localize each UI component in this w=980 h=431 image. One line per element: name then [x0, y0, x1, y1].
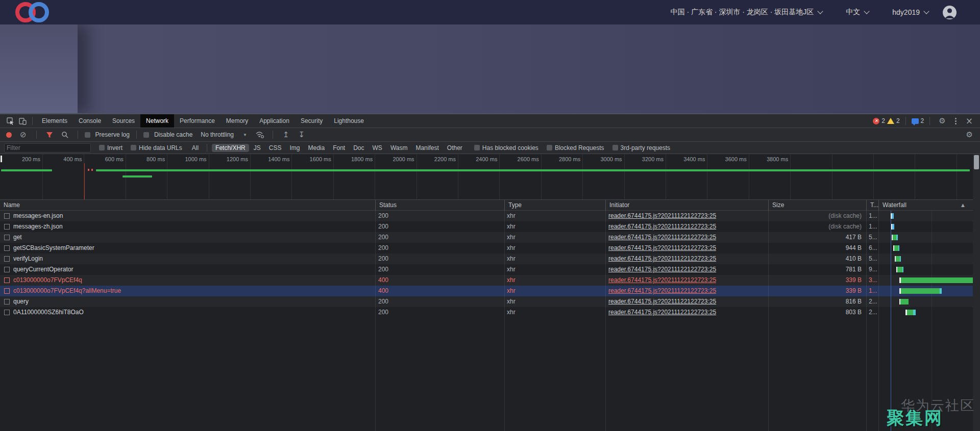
request-initiator-link[interactable]: reader.6744175.js?20211122122723:25	[608, 232, 764, 243]
filter-pill-media[interactable]: Media	[304, 144, 328, 152]
tab-security[interactable]: Security	[295, 114, 328, 128]
inspect-element-icon[interactable]	[6, 116, 15, 125]
hide-data-urls-label: Hide data URLs	[139, 144, 182, 151]
timeline-tick-label: 800 ms	[126, 156, 165, 162]
timeline-tick-label: 2400 ms	[458, 156, 497, 162]
waterfall-bar	[893, 245, 899, 251]
tab-sources[interactable]: Sources	[107, 114, 140, 128]
timeline-tick-label: 1200 ms	[209, 156, 248, 162]
filter-pill-js[interactable]: JS	[250, 144, 264, 152]
column-header-name[interactable]: Name	[0, 200, 375, 211]
scrollbar-thumb[interactable]	[974, 155, 979, 169]
request-size: (disk cache)	[768, 211, 862, 221]
request-initiator-link[interactable]: reader.6744175.js?20211122122723:25	[608, 264, 764, 275]
filter-pill-other[interactable]: Other	[444, 144, 466, 152]
settings-gear-icon[interactable]: ⚙	[936, 116, 948, 125]
request-initiator-link[interactable]: reader.6744175.js?20211122122723:25	[608, 253, 764, 264]
invert-checkbox[interactable]	[99, 145, 105, 150]
filter-pill-wasm[interactable]: Wasm	[387, 144, 411, 152]
third-party-requests-checkbox[interactable]	[612, 145, 618, 150]
request-type: xhr	[507, 243, 601, 253]
request-row-c013000000o7fvpcef4q[interactable]: c013000000o7FVpCEf4q400xhrreader.6744175…	[0, 275, 980, 286]
network-settings-gear-icon[interactable]: ⚙	[963, 130, 976, 139]
language-dropdown[interactable]: 中文	[846, 8, 869, 17]
column-header-size[interactable]: Size	[768, 200, 866, 211]
search-icon[interactable]	[60, 130, 69, 139]
request-size: 339 B	[768, 275, 862, 286]
request-row-messages-en-json[interactable]: messages-en.json200xhrreader.6744175.js?…	[0, 211, 980, 221]
sort-ascending-icon: ▲	[961, 200, 965, 211]
request-time: 2...	[869, 307, 878, 318]
filter-pill-css[interactable]: CSS	[265, 144, 285, 152]
throttling-select[interactable]: No throttling ▼	[201, 131, 247, 138]
close-devtools-icon[interactable]: ×	[963, 116, 976, 126]
request-initiator-link[interactable]: reader.6744175.js?20211122122723:25	[608, 307, 764, 318]
column-header-status[interactable]: Status	[375, 200, 504, 211]
console-errors-badge[interactable]: ✕ 2	[873, 117, 885, 124]
request-initiator-link[interactable]: reader.6744175.js?20211122122723:25	[608, 296, 764, 307]
request-initiator-link[interactable]: reader.6744175.js?20211122122723:25	[608, 275, 764, 286]
location-dropdown[interactable]: 中国 · 广东省 · 深圳市 · 龙岗区 · 坂田基地J区	[671, 8, 823, 17]
disable-cache-label: Disable cache	[154, 131, 192, 138]
column-header-waterfall[interactable]: Waterfall▲	[878, 200, 973, 211]
network-conditions-icon[interactable]	[255, 130, 264, 139]
kebab-menu-icon[interactable]	[951, 118, 961, 124]
blocked-requests-checkbox[interactable]	[547, 145, 552, 150]
filter-pill-img[interactable]: Img	[286, 144, 303, 152]
filter-funnel-icon[interactable]	[45, 130, 54, 139]
has-blocked-cookies-checkbox[interactable]	[474, 145, 480, 150]
network-overview-timeline[interactable]: 200 ms400 ms600 ms800 ms1000 ms1200 ms14…	[0, 154, 980, 200]
waterfall-bar	[899, 288, 942, 294]
filter-pill-doc[interactable]: Doc	[350, 144, 368, 152]
request-row-querycurrentoperator[interactable]: queryCurrentOperator200xhrreader.6744175…	[0, 264, 980, 275]
export-har-icon[interactable]: ↧	[296, 130, 308, 139]
request-initiator-link[interactable]: reader.6744175.js?20211122122723:25	[608, 243, 764, 253]
warning-icon	[887, 118, 894, 124]
column-header-t[interactable]: T...	[866, 200, 878, 211]
brand-infinity-logo-icon[interactable]	[15, 2, 49, 22]
device-toolbar-icon[interactable]	[18, 116, 27, 125]
separator	[78, 131, 78, 139]
avatar[interactable]	[943, 6, 957, 19]
hide-data-urls-checkbox[interactable]	[131, 145, 136, 150]
user-dropdown[interactable]: hdy2019	[892, 8, 928, 16]
timeline-tick-label: 3800 ms	[749, 156, 788, 162]
record-button[interactable]	[6, 132, 12, 138]
filter-pill-manifest[interactable]: Manifest	[412, 144, 442, 152]
filter-pill-all[interactable]: All	[188, 144, 202, 152]
import-har-icon[interactable]: ↥	[280, 130, 292, 139]
request-row-getscbasicsystemparameter[interactable]: getSCBasicSystemParameter200xhrreader.67…	[0, 243, 980, 253]
console-warnings-badge[interactable]: 2	[887, 117, 900, 124]
disable-cache-checkbox[interactable]	[143, 132, 149, 138]
tab-network[interactable]: Network	[140, 114, 174, 128]
request-initiator-link[interactable]: reader.6744175.js?20211122122723:25	[608, 286, 764, 296]
filter-pill-ws[interactable]: WS	[369, 144, 386, 152]
tab-application[interactable]: Application	[254, 114, 295, 128]
tab-performance[interactable]: Performance	[174, 114, 220, 128]
request-row-query[interactable]: query200xhrreader.6744175.js?20211122122…	[0, 296, 980, 307]
request-row-messages-zh-json[interactable]: messages-zh.json200xhrreader.6744175.js?…	[0, 221, 980, 232]
request-row-c013000000o7fvpcef4q-allmenu-true[interactable]: c013000000o7FVpCEf4q?allMenu=true400xhrr…	[0, 286, 980, 296]
tab-memory[interactable]: Memory	[220, 114, 254, 128]
timeline-tick-label: 3200 ms	[625, 156, 664, 162]
column-header-initiator[interactable]: Initiator	[605, 200, 768, 211]
tab-console[interactable]: Console	[73, 114, 107, 128]
waterfall-bar	[891, 224, 894, 230]
tab-lighthouse[interactable]: Lighthouse	[328, 114, 370, 128]
waterfall-segment-teal	[900, 256, 901, 262]
request-row-verifylogin[interactable]: verifyLogin200xhrreader.6744175.js?20211…	[0, 253, 980, 264]
vertical-scrollbar[interactable]	[973, 154, 980, 431]
filter-pill-fetch-xhr[interactable]: Fetch/XHR	[212, 144, 249, 152]
request-row-0a11000000sz6hit8oao[interactable]: 0A11000000SZ6hiT8OaO200xhrreader.6744175…	[0, 307, 980, 318]
request-row-get[interactable]: get200xhrreader.6744175.js?2021112212272…	[0, 232, 980, 243]
request-status: 400	[378, 286, 501, 296]
column-header-type[interactable]: Type	[504, 200, 605, 211]
tab-elements[interactable]: Elements	[36, 114, 73, 128]
request-initiator-link[interactable]: reader.6744175.js?20211122122723:25	[608, 211, 764, 221]
network-filter-input[interactable]	[4, 143, 91, 153]
preserve-log-checkbox[interactable]	[85, 132, 90, 138]
request-initiator-link[interactable]: reader.6744175.js?20211122122723:25	[608, 221, 764, 232]
filter-pill-font[interactable]: Font	[329, 144, 349, 152]
issues-badge[interactable]: 2	[912, 117, 924, 124]
clear-icon[interactable]: ⊘	[17, 130, 30, 139]
